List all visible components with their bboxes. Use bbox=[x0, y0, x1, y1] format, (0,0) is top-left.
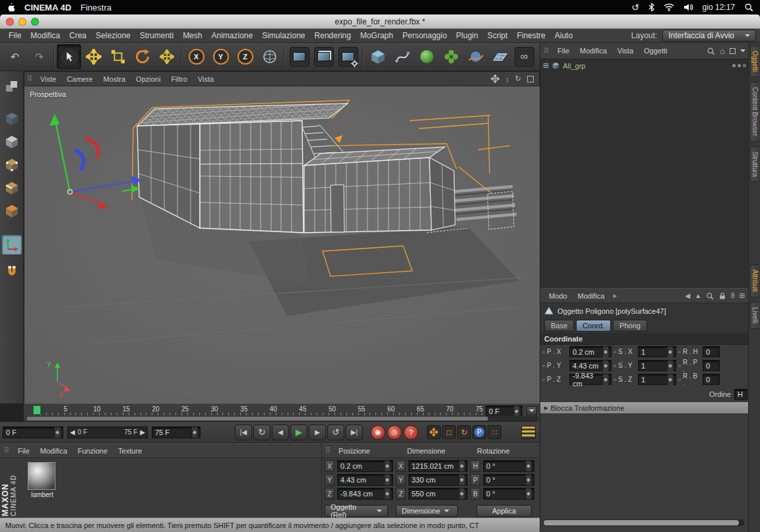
vp-menu-mostra[interactable]: Mostra bbox=[98, 74, 131, 84]
layer-chip[interactable] bbox=[743, 64, 746, 67]
rotate-view-icon[interactable]: ↻ bbox=[515, 74, 521, 83]
stepper[interactable] bbox=[525, 461, 531, 471]
stepper[interactable] bbox=[384, 475, 390, 485]
macos-menu-finestra[interactable]: Finestra bbox=[80, 3, 111, 13]
attr-menu-modo[interactable]: Modo bbox=[544, 291, 572, 301]
blocca-trasformazione-header[interactable]: ▸ Blocca Trasformazione bbox=[540, 402, 749, 413]
viewport-camera-label[interactable]: Prospettiva bbox=[30, 90, 66, 98]
chevron-down-icon[interactable] bbox=[740, 49, 745, 55]
key-position-toggle[interactable] bbox=[427, 425, 441, 439]
vp-menu-camere[interactable]: Camere bbox=[61, 74, 98, 84]
window-titlebar[interactable]: expo_file_for_render.fbx * bbox=[0, 15, 760, 29]
y-axis-lock-button[interactable]: Y bbox=[208, 44, 233, 69]
key-dot[interactable] bbox=[678, 378, 681, 381]
spotlight-icon[interactable] bbox=[744, 3, 753, 12]
dim-z-field[interactable]: 550 cm bbox=[408, 488, 468, 500]
polygons-mode-button[interactable] bbox=[2, 201, 22, 221]
tab-content-browser[interactable]: Content Browser bbox=[750, 82, 759, 141]
last-used-tool[interactable] bbox=[154, 44, 179, 69]
panel-grip-icon[interactable]: ⠿ bbox=[27, 74, 32, 83]
tab-struttura[interactable]: Struttura bbox=[750, 146, 759, 182]
maximize-view-icon[interactable] bbox=[527, 76, 534, 82]
timeline-ruler[interactable]: 0 5 10 15 20 25 30 35 40 45 50 55 60 65 … bbox=[34, 405, 505, 413]
stepper[interactable] bbox=[667, 361, 673, 371]
autokey-button[interactable]: ◎ bbox=[387, 425, 402, 440]
tab-phong[interactable]: Phong bbox=[613, 320, 647, 332]
expand-right-icon[interactable]: ▸ bbox=[614, 291, 618, 300]
key-dot[interactable] bbox=[614, 351, 616, 353]
mat-menu-modifica[interactable]: Modifica bbox=[36, 446, 72, 456]
rb-field[interactable]: 0 bbox=[703, 374, 720, 385]
menu-mesh[interactable]: Mesh bbox=[178, 30, 206, 42]
key-pla-toggle[interactable]: ∷ bbox=[488, 425, 501, 439]
range-start-stepper[interactable] bbox=[54, 427, 60, 438]
dim-y-field[interactable]: 330 cm bbox=[408, 474, 468, 486]
record-keyframe-button[interactable]: ◉ bbox=[371, 425, 385, 440]
bluetooth-icon[interactable] bbox=[649, 3, 654, 12]
menu-plugin[interactable]: Plugin bbox=[451, 30, 482, 42]
add-array-button[interactable] bbox=[439, 44, 463, 69]
pos-y-field[interactable]: 4.43 cm bbox=[337, 474, 393, 486]
redo-button[interactable]: ↷ bbox=[27, 44, 51, 69]
frame-range-slider[interactable]: ◀ 0 F 75 F ▶ bbox=[67, 427, 148, 438]
menu-simulazione[interactable]: Simulazione bbox=[257, 30, 309, 42]
edges-mode-button[interactable] bbox=[2, 178, 22, 198]
tree-item-all-grp[interactable]: ⊞ All_grp bbox=[540, 59, 749, 72]
zoom-window-button[interactable] bbox=[31, 18, 39, 26]
stepper[interactable] bbox=[602, 374, 608, 385]
panel-grip-icon[interactable]: ⠿ bbox=[544, 47, 549, 55]
stepper[interactable] bbox=[525, 488, 531, 499]
vp-menu-vista[interactable]: Vista bbox=[193, 74, 219, 84]
material-name[interactable]: lambert bbox=[25, 491, 59, 498]
key-dot[interactable] bbox=[542, 365, 545, 367]
search-icon[interactable] bbox=[706, 292, 714, 300]
visibility-dot-bottom[interactable] bbox=[738, 64, 741, 67]
zoom-view-icon[interactable]: ↕ bbox=[505, 75, 509, 83]
coords-size-dropdown[interactable]: Dimensione bbox=[396, 505, 458, 517]
coords-mode-dropdown[interactable]: Oggetto (Rel) bbox=[325, 505, 388, 517]
menu-modifica[interactable]: Modifica bbox=[26, 30, 65, 42]
next-frame-button[interactable]: ▶ bbox=[309, 425, 326, 440]
stepper[interactable] bbox=[459, 488, 464, 499]
range-end-field[interactable]: 75 F bbox=[152, 427, 201, 438]
menu-aiuto[interactable]: Aiuto bbox=[550, 30, 577, 42]
x-axis-lock-button[interactable]: X bbox=[184, 44, 208, 69]
range-right-arrow-icon[interactable]: ▶ bbox=[140, 429, 145, 436]
make-editable-button[interactable] bbox=[2, 76, 22, 96]
undo-button[interactable]: ↶ bbox=[3, 44, 27, 69]
play-backward-loop-button[interactable]: ↺ bbox=[327, 425, 344, 440]
history-count[interactable]: 8 bbox=[731, 292, 735, 299]
menu-rendering[interactable]: Rendering bbox=[310, 30, 356, 42]
om-menu-modifica[interactable]: Modifica bbox=[575, 45, 612, 56]
home-icon[interactable]: ⌂ bbox=[720, 46, 725, 56]
apply-button[interactable]: Applica bbox=[476, 505, 532, 517]
mat-menu-file[interactable]: File bbox=[13, 446, 34, 456]
key-dot[interactable] bbox=[678, 351, 681, 353]
add-sky-button[interactable]: ∞ bbox=[512, 44, 536, 69]
attributes-scrollbar[interactable] bbox=[542, 519, 744, 526]
key-dot[interactable] bbox=[614, 365, 616, 367]
menu-strumenti[interactable]: Strumenti bbox=[135, 30, 178, 42]
layout-dropdown[interactable]: Interfaccia di Avvio bbox=[662, 30, 756, 42]
move-tool[interactable] bbox=[81, 44, 106, 69]
expand-icon[interactable]: ⊞ bbox=[543, 61, 549, 70]
om-menu-file[interactable]: File bbox=[553, 45, 574, 56]
key-rotation-toggle[interactable]: ↻ bbox=[457, 425, 471, 439]
open-timeline-button[interactable] bbox=[521, 426, 536, 439]
points-mode-button[interactable] bbox=[2, 155, 22, 175]
history-back-icon[interactable]: ◀ bbox=[685, 292, 690, 299]
goto-end-button[interactable]: ▶| bbox=[346, 425, 363, 440]
panel-grip-icon[interactable]: ⠿ bbox=[325, 446, 331, 455]
enable-axis-button[interactable] bbox=[2, 235, 22, 254]
rh-field[interactable]: 0 bbox=[703, 346, 720, 357]
tab-coord[interactable]: Coord. bbox=[576, 320, 611, 332]
range-start-field[interactable]: 0 F bbox=[3, 427, 63, 438]
scale-tool[interactable] bbox=[106, 44, 130, 69]
rotate-tool[interactable] bbox=[130, 44, 154, 69]
menu-script[interactable]: Script bbox=[483, 30, 513, 42]
add-environment-button[interactable] bbox=[414, 44, 439, 69]
object-tree[interactable]: ⊞ All_grp bbox=[540, 59, 749, 288]
key-dot[interactable] bbox=[678, 365, 681, 367]
keyframe-help-button[interactable]: ? bbox=[404, 425, 418, 440]
coordinate-system-button[interactable] bbox=[257, 44, 282, 69]
